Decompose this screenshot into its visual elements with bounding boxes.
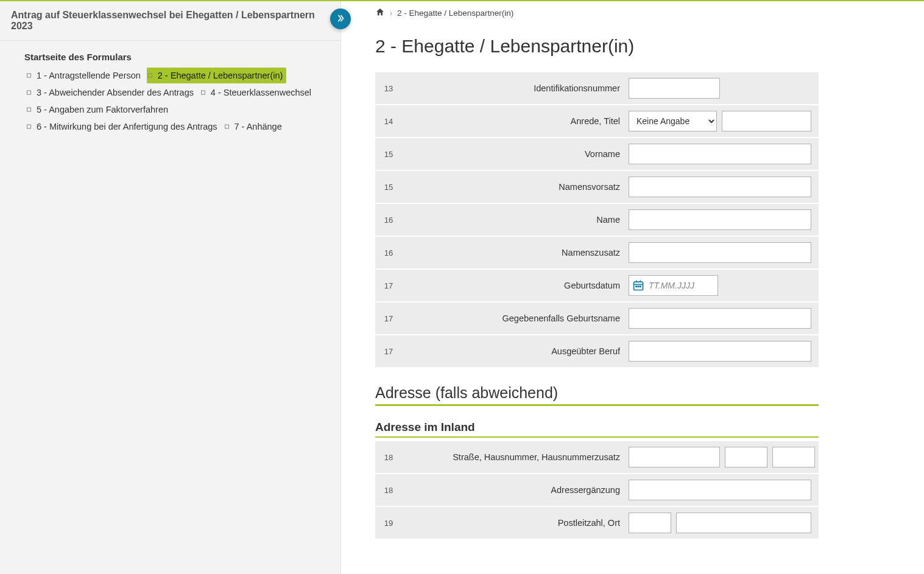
namenszusatz-input[interactable]	[629, 242, 811, 263]
nav-item-2[interactable]: 2 - Ehegatte / Lebenspartner(in)	[147, 68, 287, 83]
row-adressergaenzung: 18 Adressergänzung	[375, 474, 819, 507]
breadcrumb-page[interactable]: 2 - Ehegatte / Lebenspartner(in)	[397, 9, 513, 18]
row-number: 15	[375, 183, 402, 192]
row-strasse: 18 Straße, Hausnummer, Hausnummerzusatz	[375, 441, 819, 474]
row-label: Postleitzahl, Ort	[402, 518, 629, 528]
nav-item-1[interactable]: 1 - Antragstellende Person	[26, 68, 144, 83]
adressergaenzung-input[interactable]	[629, 480, 811, 500]
hausnummerzusatz-input[interactable]	[772, 447, 815, 467]
nav-item-label: 6 - Mitwirkung bei der Anfertigung des A…	[37, 122, 217, 131]
row-label: Vorname	[402, 149, 629, 159]
row-number: 13	[375, 84, 402, 93]
main-content: › 2 - Ehegatte / Lebenspartner(in) 2 - E…	[341, 1, 841, 574]
ort-input[interactable]	[676, 513, 811, 533]
row-label: Adressergänzung	[402, 485, 629, 495]
nav-item-6[interactable]: 6 - Mitwirkung bei der Anfertigung des A…	[26, 119, 221, 135]
nav-item-label: 5 - Angaben zum Faktorverfahren	[37, 105, 168, 114]
row-label: Anrede, Titel	[402, 116, 629, 126]
nav-item-label: 3 - Abweichender Absender des Antrags	[37, 88, 194, 97]
row-number: 16	[375, 248, 402, 257]
page-title: 2 - Ehegatte / Lebenspartner(in)	[375, 36, 819, 57]
row-number: 18	[375, 453, 402, 462]
row-label: Straße, Hausnummer, Hausnummerzusatz	[402, 452, 629, 462]
row-vorname: 15 Vorname	[375, 138, 819, 171]
row-label: Identifikationsnummer	[402, 83, 629, 93]
row-number: 16	[375, 215, 402, 225]
row-plz-ort: 19 Postleitzahl, Ort	[375, 507, 819, 540]
row-geburtsdatum: 17 Geburtsdatum	[375, 270, 819, 303]
row-anrede-titel: 14 Anrede, Titel Keine Angabe	[375, 105, 819, 138]
row-namenszusatz: 16 Namenszusatz	[375, 237, 819, 270]
subsection-inland: Adresse im Inland	[375, 421, 819, 438]
row-number: 15	[375, 150, 402, 159]
row-label: Geburtsdatum	[402, 281, 629, 290]
breadcrumb: › 2 - Ehegatte / Lebenspartner(in)	[375, 7, 819, 19]
identnr-input[interactable]	[629, 78, 720, 99]
nav-item-label: 4 - Steuerklassenwechsel	[211, 88, 311, 97]
nav-item-7[interactable]: 7 - Anhänge	[224, 119, 286, 135]
sidebar-collapse-button[interactable]	[330, 9, 351, 29]
chevron-right-icon: ›	[390, 9, 392, 18]
nav-list: 1 - Antragstellende Person 2 - Ehegatte …	[26, 67, 330, 135]
home-icon[interactable]	[375, 7, 385, 19]
name-input[interactable]	[629, 209, 811, 230]
row-label: Namensvorsatz	[402, 182, 629, 192]
sidebar: Antrag auf Steuerklassenwechsel bei Eheg…	[0, 1, 341, 574]
row-geburtsname: 17 Gegebenenfalls Geburtsname	[375, 303, 819, 335]
geburtsdatum-input[interactable]	[629, 275, 718, 296]
row-namensvorsatz: 15 Namensvorsatz	[375, 171, 819, 204]
strasse-input[interactable]	[629, 447, 720, 467]
nav-item-label: 7 - Anhänge	[235, 122, 282, 131]
geburtsname-input[interactable]	[629, 308, 811, 329]
nav-item-label: 2 - Ehegatte / Lebenspartner(in)	[158, 71, 283, 80]
row-number: 19	[375, 519, 402, 528]
nav-item-3[interactable]: 3 - Abweichender Absender des Antrags	[26, 85, 197, 100]
sidebar-heading[interactable]: Startseite des Formulars	[24, 52, 330, 62]
vorname-input[interactable]	[629, 144, 811, 164]
nav-item-4[interactable]: 4 - Steuerklassenwechsel	[200, 85, 315, 100]
row-number: 14	[375, 117, 402, 126]
titel-input[interactable]	[722, 111, 811, 131]
hausnummer-input[interactable]	[725, 447, 767, 467]
row-number: 17	[375, 314, 402, 323]
nav-item-5[interactable]: 5 - Angaben zum Faktorverfahren	[26, 102, 172, 117]
sidebar-title: Antrag auf Steuerklassenwechsel bei Eheg…	[11, 10, 330, 32]
nav-item-label: 1 - Antragstellende Person	[37, 71, 141, 80]
anrede-select[interactable]: Keine Angabe	[629, 111, 717, 131]
row-label: Namenszusatz	[402, 248, 629, 257]
row-label: Name	[402, 215, 629, 225]
plz-input[interactable]	[629, 513, 671, 533]
sidebar-nav: Startseite des Formulars 1 - Antragstell…	[0, 41, 340, 141]
row-number: 17	[375, 281, 402, 290]
row-name: 16 Name	[375, 204, 819, 237]
row-number: 18	[375, 486, 402, 495]
row-identnr: 13 Identifikationsnummer	[375, 72, 819, 105]
beruf-input[interactable]	[629, 341, 811, 362]
row-beruf: 17 Ausgeübter Beruf	[375, 335, 819, 368]
row-label: Ausgeübter Beruf	[402, 346, 629, 356]
chevrons-right-icon	[336, 13, 345, 25]
row-number: 17	[375, 347, 402, 356]
namensvorsatz-input[interactable]	[629, 177, 811, 197]
sidebar-header: Antrag auf Steuerklassenwechsel bei Eheg…	[0, 1, 340, 41]
section-adresse: Adresse (falls abweichend)	[375, 384, 819, 406]
row-label: Gegebenenfalls Geburtsname	[402, 313, 629, 323]
